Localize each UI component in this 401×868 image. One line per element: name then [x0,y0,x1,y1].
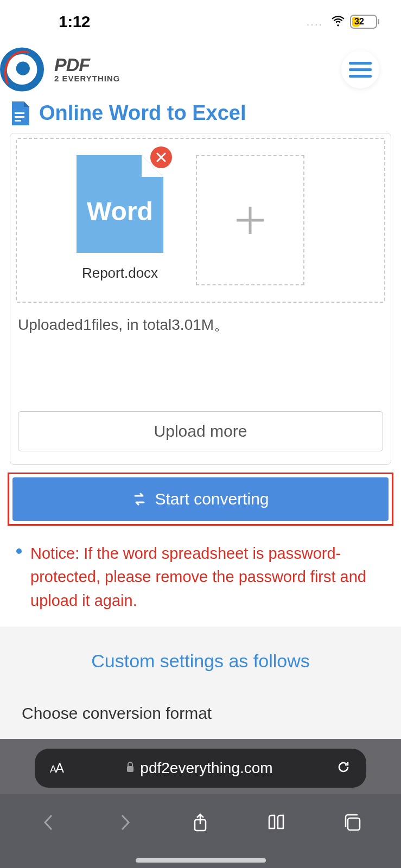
brand-logo[interactable]: PDF 2 EVERYTHING [0,45,120,94]
svg-rect-6 [15,116,24,118]
nav-forward-button[interactable] [114,812,135,835]
document-icon [10,101,29,125]
bullet-icon [16,548,22,554]
notice-text: Notice: If the word spreadsheet is passw… [30,542,385,613]
url-text: pdf2everything.com [140,760,272,777]
app-header: PDF 2 EVERYTHING [0,41,401,98]
share-button[interactable] [190,812,211,835]
upload-more-button[interactable]: Upload more [18,411,383,451]
plus-icon [234,204,266,237]
upload-more-label: Upload more [154,422,247,441]
tabs-button[interactable] [342,812,362,835]
status-indicators: .... 32 [307,13,379,30]
custom-settings-heading: Custom settings as follows [11,650,390,672]
nav-back-button[interactable] [39,812,59,835]
convert-highlight-box: Start converting [8,473,393,526]
svg-text:Word: Word [87,197,153,226]
close-icon [156,152,166,162]
upload-status-text: Uploaded1files, in total3.01M。 [16,315,385,335]
svg-rect-2 [349,62,372,65]
brand-name: PDF [54,55,120,74]
svg-rect-11 [348,818,360,830]
brand-tagline: 2 EVERYTHING [54,74,120,83]
add-file-slot[interactable] [196,155,304,285]
browser-address-bar[interactable]: AA pdf2everything.com [35,749,366,788]
browser-nav-bar [0,794,401,853]
svg-rect-3 [349,68,372,71]
convert-icon [132,492,147,507]
bookmarks-button[interactable] [266,812,287,835]
hamburger-icon [349,61,372,78]
file-name: Report.docx [82,265,158,282]
custom-settings-section: Custom settings as follows Choose conver… [0,627,401,739]
browser-address-bar-wrap: AA pdf2everything.com [0,739,401,794]
home-indicator[interactable] [0,853,401,868]
start-converting-button[interactable]: Start converting [12,477,389,521]
reload-button[interactable] [336,760,351,777]
word-file-icon: Word [77,155,163,253]
carrier-dots-icon: .... [307,16,323,28]
upload-panel: Word Report.docx Uploaded1files, in tota… [10,133,391,465]
status-time: 1:12 [16,12,90,31]
page-title-row: Online Word to Excel [0,98,401,133]
lock-icon [126,762,135,775]
notice-row: Notice: If the word spreadsheet is passw… [0,526,401,627]
page-title: Online Word to Excel [39,101,246,125]
svg-rect-4 [349,75,372,78]
logo-icon [0,45,49,94]
conversion-format-label: Choose conversion format [11,704,390,723]
menu-button[interactable] [341,50,379,88]
uploaded-file-card: Word Report.docx [77,155,163,282]
remove-file-button[interactable] [150,146,172,168]
status-bar: 1:12 .... 32 [0,0,401,41]
text-size-button[interactable]: AA [50,761,63,776]
svg-rect-5 [15,112,24,114]
start-converting-label: Start converting [155,490,269,508]
svg-point-1 [16,61,30,75]
dropzone[interactable]: Word Report.docx [16,138,385,303]
battery-icon: 32 [350,15,379,29]
wifi-icon [330,13,346,30]
svg-rect-7 [15,120,21,122]
svg-rect-9 [127,766,133,772]
